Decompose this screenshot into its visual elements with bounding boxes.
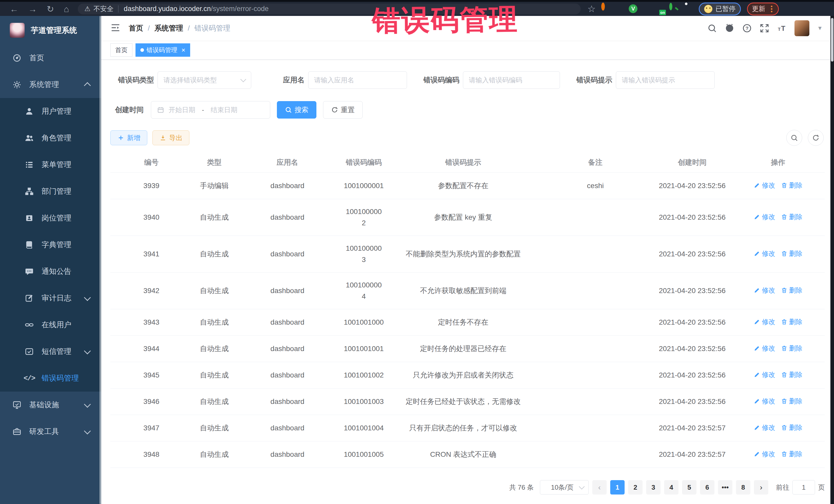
- trash-icon: [781, 371, 788, 378]
- sidebar-item-online[interactable]: 在线用户: [0, 311, 101, 338]
- hide-search-icon[interactable]: [786, 130, 802, 146]
- delete-link[interactable]: 删除: [781, 369, 803, 380]
- url-host: dashboard.yudao.iocoder.cn: [124, 5, 211, 13]
- more-pages-button[interactable]: •••: [718, 480, 732, 495]
- docs-question-icon[interactable]: ?: [742, 23, 752, 33]
- page-button-2[interactable]: 2: [628, 480, 642, 495]
- app-name-input[interactable]: 请输入应用名: [308, 71, 407, 89]
- delete-link[interactable]: 删除: [781, 248, 803, 259]
- page-button-6[interactable]: 6: [700, 480, 715, 495]
- sidebar-item-post[interactable]: 岗位管理: [0, 205, 101, 232]
- add-button[interactable]: 新增: [110, 130, 147, 145]
- export-button[interactable]: 导出: [152, 130, 190, 145]
- sidebar-item-dict[interactable]: 字典管理: [0, 232, 101, 258]
- refresh-icon[interactable]: [808, 130, 824, 146]
- reload-icon[interactable]: ↻: [47, 5, 54, 13]
- delete-link[interactable]: 删除: [781, 180, 803, 191]
- page-button-5[interactable]: 5: [682, 480, 697, 495]
- table-cell: dashboard: [236, 309, 339, 336]
- trash-icon: [781, 182, 788, 189]
- page-button-8[interactable]: 8: [736, 480, 750, 495]
- window-scrollbar[interactable]: [830, 16, 834, 504]
- edit-link[interactable]: 修改: [754, 211, 775, 222]
- sidebar-item-menu[interactable]: 菜单管理: [0, 151, 101, 178]
- delete-link[interactable]: 删除: [781, 395, 803, 407]
- delete-link[interactable]: 删除: [781, 422, 803, 433]
- sidebar-item-system[interactable]: 系统管理: [0, 71, 101, 98]
- edit-link[interactable]: 修改: [754, 343, 775, 354]
- page-button-4[interactable]: 4: [664, 480, 679, 495]
- puzzle-icon[interactable]: [683, 4, 692, 14]
- tag-error-code[interactable]: 错误码管理 ×: [135, 43, 190, 57]
- bookmark-star-icon[interactable]: ☆: [587, 4, 596, 14]
- edit-pen-icon: [754, 424, 760, 431]
- edit-link[interactable]: 修改: [754, 422, 775, 433]
- list-on-icon[interactable]: on: [656, 4, 665, 14]
- error-code-input[interactable]: 请输入错误码编码: [463, 71, 560, 89]
- edit-link[interactable]: 修改: [754, 316, 775, 327]
- sidebar-item-audit[interactable]: 审计日志: [0, 285, 101, 311]
- table-cell: dashboard: [236, 272, 339, 309]
- sidebar-item-user[interactable]: 用户管理: [0, 98, 101, 125]
- browser-profile-button[interactable]: 已暂停: [699, 3, 741, 15]
- sidebar-item-sms[interactable]: 短信管理: [0, 338, 101, 365]
- sidebar-item-role[interactable]: 角色管理: [0, 125, 101, 151]
- forward-icon[interactable]: →: [28, 5, 37, 13]
- page-size-select[interactable]: 10条/页: [540, 480, 589, 495]
- edit-link[interactable]: 修改: [754, 285, 775, 296]
- sidebar-item-errcode[interactable]: </>错误码管理: [0, 365, 101, 392]
- delete-link[interactable]: 删除: [781, 343, 803, 354]
- blue-gem-icon[interactable]: [615, 4, 624, 14]
- search-icon[interactable]: [707, 23, 717, 33]
- page-button-3[interactable]: 3: [646, 480, 660, 495]
- breadcrumb-system[interactable]: 系统管理: [154, 23, 183, 33]
- sidebar-item-devtool[interactable]: 研发工具: [0, 418, 101, 445]
- scrollbar-thumb[interactable]: [831, 18, 833, 62]
- table-cell: 3943: [110, 309, 193, 336]
- error-type-select[interactable]: 请选择错误码类型: [158, 71, 251, 89]
- avatar-caret-icon[interactable]: ▼: [817, 25, 823, 31]
- user-avatar[interactable]: [794, 20, 809, 36]
- delete-link[interactable]: 删除: [781, 285, 803, 296]
- breadcrumb-home[interactable]: 首页: [129, 23, 143, 33]
- breadcrumb-separator: /: [148, 24, 150, 32]
- sidebar-scrollbar[interactable]: [100, 16, 101, 504]
- sidebar-item-dept[interactable]: 部门管理: [0, 178, 101, 205]
- book-icon: [24, 240, 35, 249]
- sidebar-fold-icon[interactable]: [110, 23, 120, 34]
- sidebar-item-infra[interactable]: 基础设施: [0, 392, 101, 418]
- delete-link[interactable]: 删除: [781, 316, 803, 327]
- delete-link[interactable]: 删除: [781, 448, 803, 460]
- logo-row[interactable]: 芋道管理系统: [0, 16, 101, 45]
- kebab-menu-icon[interactable]: [771, 8, 772, 10]
- github-icon[interactable]: [725, 23, 734, 33]
- reset-button[interactable]: 重置: [323, 101, 363, 118]
- edit-link[interactable]: 修改: [754, 448, 775, 460]
- delete-link[interactable]: 删除: [781, 211, 803, 222]
- browser-update-button[interactable]: 更新: [747, 3, 779, 15]
- goto-page-input[interactable]: 1: [792, 480, 815, 495]
- column-header: 类型: [193, 152, 236, 173]
- grid-icon[interactable]: [642, 4, 651, 14]
- green-key-icon[interactable]: [669, 4, 679, 14]
- next-page-button[interactable]: ›: [754, 480, 768, 495]
- date-range-picker[interactable]: 开始日期 - 结束日期: [151, 101, 270, 118]
- page-button-1[interactable]: 1: [610, 480, 624, 495]
- sidebar-item-notice[interactable]: 通知公告: [0, 258, 101, 285]
- orange-ring-icon[interactable]: [601, 4, 611, 14]
- green-v-icon[interactable]: V: [629, 4, 638, 14]
- font-size-icon[interactable]: TT: [777, 23, 787, 33]
- tag-close-icon[interactable]: ×: [181, 47, 185, 53]
- home-icon[interactable]: ⌂: [64, 5, 69, 13]
- edit-link[interactable]: 修改: [754, 369, 775, 380]
- edit-link[interactable]: 修改: [754, 395, 775, 407]
- edit-link[interactable]: 修改: [754, 248, 775, 259]
- search-button[interactable]: 搜索: [277, 101, 316, 118]
- error-hint-input[interactable]: 请输入错误码提示: [616, 71, 715, 89]
- prev-page-button[interactable]: ‹: [592, 480, 607, 495]
- tag-home[interactable]: 首页: [110, 43, 132, 57]
- fullscreen-icon[interactable]: [760, 23, 769, 33]
- edit-link[interactable]: 修改: [754, 180, 775, 191]
- sidebar-item-home[interactable]: 首页: [0, 45, 101, 71]
- back-icon[interactable]: ←: [10, 5, 19, 13]
